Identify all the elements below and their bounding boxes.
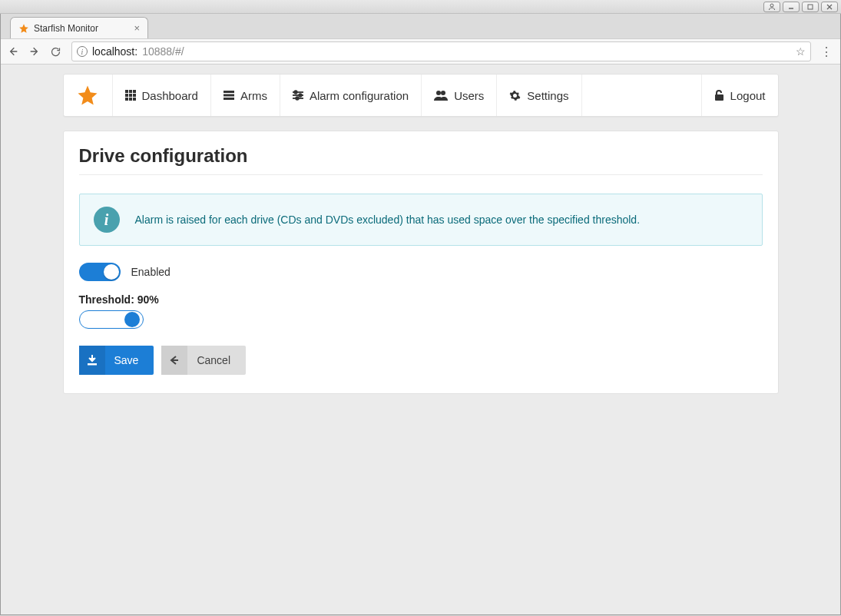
tab-title: Starfish Monitor (34, 23, 98, 34)
svg-rect-14 (223, 91, 234, 93)
page-title: Drive configuration (79, 145, 763, 175)
tab-strip: Starfish Monitor × (1, 14, 840, 38)
cancel-label: Cancel (187, 354, 246, 366)
nav-logout[interactable]: Logout (702, 75, 778, 116)
svg-point-18 (294, 91, 297, 94)
nav-settings[interactable]: Settings (497, 75, 581, 116)
svg-rect-13 (133, 98, 136, 101)
svg-rect-15 (223, 94, 234, 97)
users-icon (434, 90, 448, 101)
slider-handle[interactable] (124, 312, 140, 327)
nav-arms[interactable]: Arms (211, 75, 280, 116)
os-maximize-button[interactable] (802, 2, 819, 12)
app-navbar: Dashboard Arms Alarm configuration (63, 74, 779, 117)
svg-point-24 (441, 91, 445, 95)
url-host: localhost: (92, 45, 137, 58)
browser-chrome: Starfish Monitor × i localhost:10888/#/ … (0, 14, 841, 615)
arrow-left-icon (7, 45, 19, 58)
svg-point-0 (770, 4, 773, 7)
nav-label: Dashboard (142, 89, 198, 102)
nav-label: Settings (527, 89, 568, 102)
os-minimize-button[interactable] (783, 2, 800, 12)
svg-rect-5 (125, 90, 128, 93)
arrow-left-icon (161, 346, 187, 375)
url-path: 10888/#/ (142, 45, 184, 58)
reload-button[interactable] (50, 46, 64, 58)
toggle-knob (104, 264, 119, 280)
enabled-label: Enabled (131, 266, 171, 278)
address-bar[interactable]: i localhost:10888/#/ ☆ (71, 41, 811, 61)
save-label: Save (105, 354, 154, 366)
minimize-icon (787, 3, 795, 11)
sliders-icon (293, 90, 303, 101)
svg-rect-11 (125, 98, 128, 101)
brand-logo[interactable] (64, 75, 113, 116)
grid-icon (125, 90, 136, 101)
nav-alarm-configuration[interactable]: Alarm configuration (280, 75, 422, 116)
os-close-button[interactable] (821, 2, 838, 12)
svg-rect-6 (129, 90, 132, 93)
threshold-slider[interactable] (79, 310, 144, 329)
unlock-icon (714, 90, 724, 101)
star-icon (18, 23, 29, 34)
tab-close-icon[interactable]: × (134, 22, 140, 34)
maximize-icon (806, 3, 814, 11)
save-button[interactable]: Save (79, 346, 154, 375)
svg-point-20 (299, 94, 302, 97)
bars-icon (223, 91, 234, 100)
nav-label: Logout (730, 89, 766, 102)
site-info-icon[interactable]: i (77, 46, 88, 57)
star-icon (76, 84, 99, 107)
browser-toolbar: i localhost:10888/#/ ☆ ⋮ (1, 38, 840, 65)
nav-spacer (582, 75, 702, 116)
os-user-button[interactable] (763, 2, 780, 12)
info-icon: i (94, 207, 120, 233)
svg-rect-9 (129, 94, 132, 97)
user-icon (768, 3, 776, 11)
back-button[interactable] (7, 45, 21, 58)
browser-tab[interactable]: Starfish Monitor × (10, 17, 148, 38)
svg-point-22 (296, 97, 299, 100)
browser-menu-button[interactable]: ⋮ (819, 45, 834, 59)
nav-users[interactable]: Users (422, 75, 497, 116)
svg-rect-10 (133, 94, 136, 97)
cancel-button[interactable]: Cancel (161, 346, 246, 375)
enabled-toggle[interactable] (79, 263, 121, 281)
nav-dashboard[interactable]: Dashboard (113, 75, 211, 116)
gear-icon (509, 90, 521, 101)
nav-label: Alarm configuration (310, 89, 409, 102)
svg-rect-8 (125, 94, 128, 97)
close-icon (826, 3, 833, 11)
svg-rect-2 (808, 5, 813, 9)
nav-label: Arms (240, 89, 267, 102)
svg-point-23 (436, 91, 441, 95)
info-text: Alarm is raised for each drive (CDs and … (135, 214, 641, 226)
download-icon (79, 346, 105, 375)
svg-rect-12 (129, 98, 132, 101)
info-alert: i Alarm is raised for each drive (CDs an… (79, 194, 763, 246)
forward-button[interactable] (28, 45, 42, 58)
os-titlebar (0, 0, 841, 14)
svg-rect-16 (223, 98, 234, 100)
svg-rect-25 (715, 94, 723, 101)
page-viewport: Dashboard Arms Alarm configuration (1, 65, 840, 614)
svg-rect-7 (133, 90, 136, 93)
nav-label: Users (454, 89, 484, 102)
arrow-right-icon (28, 45, 41, 58)
bookmark-star-icon[interactable]: ☆ (796, 45, 806, 58)
svg-rect-26 (88, 363, 97, 366)
reload-icon (50, 46, 61, 58)
content-panel: Drive configuration i Alarm is raised fo… (63, 131, 779, 394)
threshold-label: Threshold: 90% (79, 293, 763, 306)
